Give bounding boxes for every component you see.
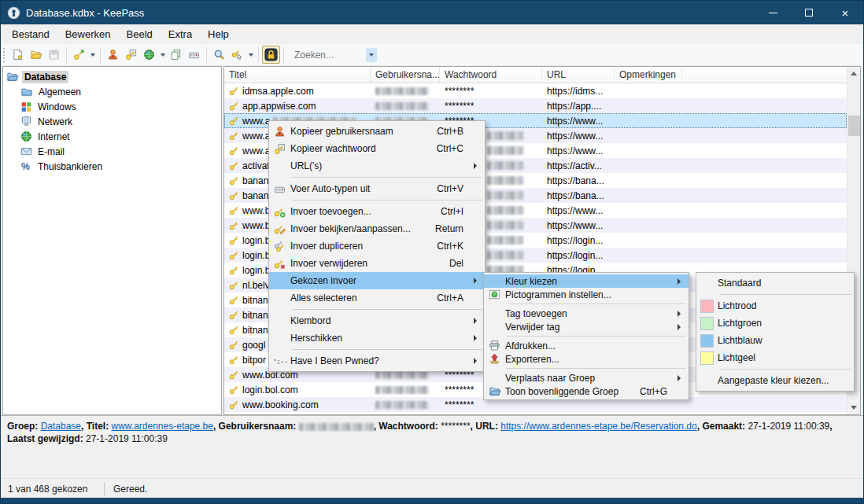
key-icon [229,175,239,186]
menu-item-klembord[interactable]: Klembord [269,312,485,329]
menu-item-lichtrood[interactable]: Lichtrood [696,297,854,315]
add-entry-button-dropdown[interactable] [88,46,97,64]
menu-item-invoer-verwijderen[interactable]: Invoer verwijderenDel [269,255,485,272]
key-icon [229,295,239,305]
scrollbar-thumb[interactable] [848,116,860,136]
status-link[interactable]: www.ardennes-etape.be [112,421,213,432]
entry-title-cell: app.appwise.com [224,101,371,112]
menu-item-herschikken[interactable]: Herschikken [269,329,485,347]
menu-bestand[interactable]: Bestand [4,25,57,43]
menu-item-afdrukken[interactable]: Afdrukken... [484,339,689,352]
autotype-button[interactable] [185,46,203,64]
find-entries-button[interactable] [210,46,228,64]
menu-help[interactable]: Help [200,25,237,43]
add-entry-button[interactable] [70,46,88,64]
entry-title: login.b [242,265,270,276]
menu-item-lichtgeel[interactable]: Lichtgeel [696,349,854,366]
menu-bewerken[interactable]: Bewerken [57,25,119,43]
sidebar-group-windows[interactable]: Windows [3,99,221,114]
group-label: Algemeen [36,86,83,98]
menu-item-have-i-been-pwned[interactable]: ';--Have I Been Pwned? [269,352,485,370]
submenu-arrow-icon [678,324,689,330]
entry-selection-button[interactable] [228,46,246,64]
menu-item-aangepaste-kleur-kiezen[interactable]: Aangepaste kleur kiezen... [696,372,854,389]
open-url-button[interactable] [140,46,158,64]
status-link[interactable]: Database [41,421,81,432]
minimize-button[interactable] [755,1,791,24]
copy-password-button[interactable] [122,46,140,64]
column-header-wachtwoord[interactable]: Wachtwoord [440,67,542,83]
search-input[interactable] [293,49,364,61]
menu-item-url-s[interactable]: URL('s) [269,157,485,175]
menu-item-toon-bovenliggende-groep[interactable]: Toon bovenliggende GroepCtrl+G [484,384,689,398]
menu-item-kopieer-wachtwoord[interactable]: Kopieer wachtwoordCtrl+C [269,140,485,157]
redacted-fragment [487,236,523,245]
folder-icon [20,86,33,97]
maximize-button[interactable] [791,1,827,24]
open-url-button-dropdown[interactable] [158,46,167,64]
status-link[interactable]: https://www.ardennes-etape.be/Reservatio… [500,421,696,432]
menu-item-verwijder-tag[interactable]: Verwijder tag [484,320,689,333]
entry-title: www.a [242,145,270,156]
entry-row-app-appwise-com[interactable]: app.appwise.com********https://app.... [224,98,847,113]
menu-item-invoer-bekijken-aanpassen[interactable]: Invoer bekijken/aanpassen...Return [269,220,485,237]
new-database-button[interactable] [9,46,27,64]
menu-item-label: Gekozen invoer [290,275,474,286]
key-add-icon [269,206,290,218]
open-database-button[interactable] [27,46,45,64]
menu-item-exporteren[interactable]: Exporteren... [484,352,689,366]
sidebar-group-algemeen[interactable]: Algemeen [3,84,221,99]
key-arrow-icon [73,49,85,61]
email-icon [20,145,32,157]
save-database-button[interactable] [45,46,63,64]
sidebar-group-internet[interactable]: Internet [3,129,221,144]
menu-item-verplaats-naar-groep[interactable]: Verplaats naar Groep [484,371,689,384]
menu-item-pictogrammen-instellen[interactable]: Pictogrammen instellen... [484,288,689,301]
menu-item-gekozen-invoer[interactable]: Gekozen invoer [269,272,485,289]
key-icon [229,265,239,275]
menu-item-lichtgroen[interactable]: Lichtgroen [696,315,854,332]
menu-item-kopieer-gebruikersnaam[interactable]: Kopieer gebruikersnaamCtrl+B [269,123,485,140]
scroll-down-arrow[interactable] [847,401,860,414]
column-header-titel[interactable]: Titel [224,67,371,83]
menu-item-kleur-kiezen[interactable]: Kleur kiezen [484,274,689,288]
scroll-up-arrow[interactable] [847,67,860,80]
entry-title: activat [242,160,270,171]
chevron-down-icon [249,53,253,57]
menu-item-label: Standaard [718,278,843,289]
menu-extra[interactable]: Extra [161,25,200,43]
sidebar-group-e-mail[interactable]: E-mail [3,144,221,159]
status-value: 27-1-2019 11:00:39 [86,433,168,444]
key-delete-icon [269,258,290,270]
menu-item-tag-toevoegen[interactable]: Tag toevoegen [484,307,689,320]
sidebar-group-thuisbankieren[interactable]: %Thuisbankieren [3,159,221,174]
menu-item-lichtblauw[interactable]: Lichtblauw [696,332,854,349]
menu-item-invoer-dupliceren[interactable]: Invoer duplicerenCtrl+K [269,237,485,255]
entry-url-cell: https://www... [542,131,615,142]
search-dropdown[interactable] [366,48,377,62]
sidebar-group-database[interactable]: Database [3,69,221,84]
column-header-gebruikersna[interactable]: Gebruikersna... [371,67,440,83]
menu-item-invoer-toevoegen[interactable]: Invoer toevoegen...Ctrl+I [269,203,485,220]
entry-title: bitpor [242,355,266,366]
menu-item-standaard[interactable]: Standaard [696,274,854,292]
group-label: Windows [35,101,79,113]
column-header-url[interactable]: URL [542,67,615,83]
close-button[interactable]: × [827,1,863,24]
entry-title: www.b [242,220,270,231]
lock-workspace-button[interactable] [262,46,280,64]
redacted-username [375,371,429,379]
column-header-opmerkingen[interactable]: Opmerkingen [615,67,682,83]
copy-entry-button[interactable] [167,46,185,64]
menu-item-alles-selecteren[interactable]: Alles selecterenCtrl+A [269,289,485,307]
entry-selection-button-dropdown[interactable] [246,46,255,64]
menu-beeld[interactable]: Beeld [119,25,161,43]
selected-entry-submenu: Kleur kiezenPictogrammen instellen...Tag… [483,272,689,400]
menu-item-label: Tag toevoegen [505,308,678,319]
menu-item-voer-auto-typen-uit[interactable]: Voer Auto-typen uitCtrl+V [269,180,485,197]
entry-url-cell: https://app.... [542,101,615,112]
copy-username-button[interactable] [104,46,122,64]
sidebar-group-netwerk[interactable]: Netwerk [3,114,221,129]
entry-title-cell: www.booking.com [224,399,371,410]
entry-row-idmsa-apple-com[interactable]: idmsa.apple.com********https://idms... [224,83,847,98]
